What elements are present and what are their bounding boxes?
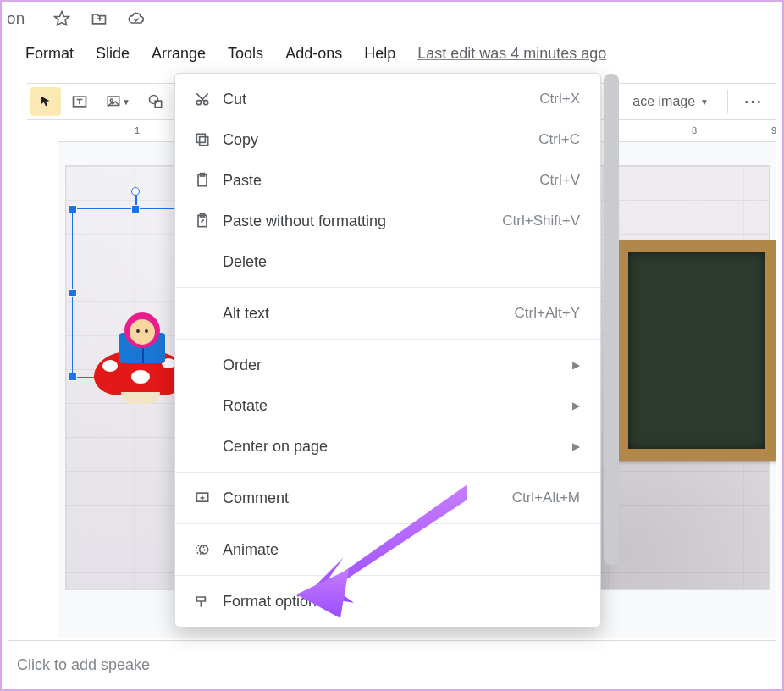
submenu-chevron-icon: ▶ bbox=[572, 440, 580, 452]
resize-handle-l[interactable] bbox=[69, 289, 77, 297]
svg-point-6 bbox=[196, 101, 201, 105]
separator bbox=[175, 339, 600, 340]
move-to-folder-icon[interactable] bbox=[90, 9, 108, 28]
shortcut: Ctrl+Alt+Y bbox=[515, 305, 580, 322]
context-menu-scrollbar[interactable] bbox=[604, 74, 619, 565]
doc-title-suffix: on bbox=[7, 9, 25, 28]
title-bar: on bbox=[2, 2, 782, 36]
menu-arrange[interactable]: Arrange bbox=[146, 40, 211, 68]
comment-icon bbox=[194, 489, 223, 506]
dropdown-caret-icon: ▼ bbox=[700, 97, 709, 107]
speaker-notes-placeholder: Click to add speake bbox=[17, 656, 150, 674]
ctx-rotate[interactable]: Rotate ▶ bbox=[175, 385, 600, 426]
separator bbox=[175, 287, 600, 288]
cut-icon bbox=[194, 91, 223, 108]
ruler-mark: 1 bbox=[135, 125, 140, 135]
menu-tools[interactable]: Tools bbox=[223, 40, 268, 68]
toolbar-separator bbox=[727, 90, 728, 113]
shortcut: Ctrl+V bbox=[539, 172, 580, 189]
cloud-saved-icon[interactable] bbox=[127, 9, 146, 28]
menu-slide[interactable]: Slide bbox=[91, 40, 135, 68]
replace-image-label: ace image bbox=[632, 94, 695, 109]
menu-help[interactable]: Help bbox=[359, 40, 400, 68]
svg-rect-9 bbox=[196, 134, 205, 142]
shortcut: Ctrl+Alt+M bbox=[512, 489, 580, 506]
textbox-tool[interactable] bbox=[64, 87, 95, 116]
svg-point-7 bbox=[204, 101, 208, 105]
ctx-paste-no-formatting[interactable]: Paste without formatting Ctrl+Shift+V bbox=[175, 201, 600, 241]
ctx-alt-text[interactable]: Alt text Ctrl+Alt+Y bbox=[175, 293, 600, 334]
separator bbox=[175, 472, 600, 473]
rotate-handle[interactable] bbox=[131, 187, 140, 196]
more-tools-button[interactable]: ⋯ bbox=[738, 87, 769, 116]
paste-icon bbox=[194, 172, 223, 189]
ctx-delete[interactable]: Delete bbox=[175, 241, 600, 282]
resize-handle-t[interactable] bbox=[131, 205, 140, 213]
last-edit-link[interactable]: Last edit was 4 minutes ago bbox=[412, 40, 611, 68]
ruler-mark: 9 bbox=[771, 125, 776, 135]
ctx-comment[interactable]: Comment Ctrl+Alt+M bbox=[175, 478, 600, 518]
svg-rect-5 bbox=[155, 101, 162, 108]
paste-plain-icon bbox=[194, 213, 223, 229]
ctx-order[interactable]: Order ▶ bbox=[175, 345, 600, 385]
select-tool[interactable] bbox=[30, 87, 61, 116]
menu-bar: Format Slide Arrange Tools Add-ons Help … bbox=[2, 37, 611, 69]
svg-point-3 bbox=[110, 99, 113, 102]
dropdown-caret-icon: ▼ bbox=[122, 97, 130, 107]
star-icon[interactable] bbox=[52, 9, 71, 28]
ctx-center-on-page[interactable]: Center on page ▶ bbox=[175, 426, 600, 467]
replace-image-button[interactable]: ace image ▼ bbox=[624, 87, 717, 116]
ctx-paste[interactable]: Paste Ctrl+V bbox=[175, 160, 600, 201]
submenu-chevron-icon: ▶ bbox=[572, 359, 580, 371]
ruler-mark: 8 bbox=[692, 125, 697, 135]
insert-image-tool[interactable]: ▼ bbox=[98, 87, 137, 116]
shortcut: Ctrl+C bbox=[538, 131, 580, 148]
shortcut: Ctrl+X bbox=[539, 91, 580, 108]
ctx-animate[interactable]: Animate bbox=[175, 529, 600, 570]
ctx-cut[interactable]: Cut Ctrl+X bbox=[175, 79, 600, 119]
chalkboard-image[interactable] bbox=[616, 240, 776, 461]
menu-format[interactable]: Format bbox=[20, 40, 79, 68]
separator bbox=[175, 575, 600, 576]
svg-marker-0 bbox=[54, 12, 69, 25]
bitmoji-image bbox=[94, 302, 187, 404]
speaker-notes[interactable]: Click to add speake bbox=[8, 640, 776, 689]
slide-panel-gutter bbox=[8, 142, 56, 638]
resize-handle-bl[interactable] bbox=[69, 373, 77, 381]
animate-icon bbox=[194, 541, 223, 558]
format-options-icon bbox=[194, 593, 223, 610]
ctx-copy[interactable]: Copy Ctrl+C bbox=[175, 119, 600, 160]
shape-tool[interactable] bbox=[141, 87, 171, 116]
submenu-chevron-icon: ▶ bbox=[572, 400, 580, 412]
more-icon: ⋯ bbox=[743, 91, 764, 113]
resize-handle-tl[interactable] bbox=[69, 205, 77, 213]
ctx-format-options[interactable]: Format options bbox=[175, 581, 600, 622]
shortcut: Ctrl+Shift+V bbox=[502, 213, 580, 229]
copy-icon bbox=[194, 131, 223, 148]
context-menu: Cut Ctrl+X Copy Ctrl+C Paste Ctrl+V Past… bbox=[174, 73, 601, 627]
menu-addons[interactable]: Add-ons bbox=[280, 40, 347, 68]
svg-point-4 bbox=[150, 96, 158, 104]
separator bbox=[175, 523, 600, 524]
svg-rect-8 bbox=[200, 137, 208, 146]
